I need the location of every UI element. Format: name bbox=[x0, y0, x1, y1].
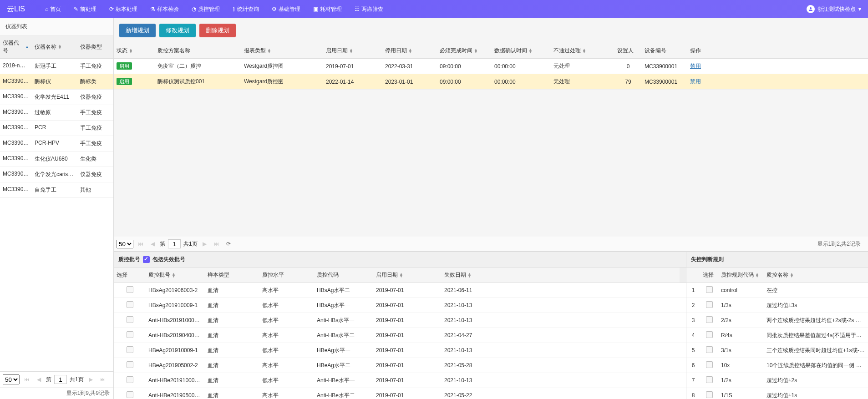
col-lot-edate[interactable]: 失效日期▲▼ bbox=[442, 268, 680, 283]
rule-checkbox[interactable] bbox=[706, 286, 713, 293]
include-invalid-checkbox[interactable] bbox=[143, 256, 150, 263]
refresh-icon[interactable]: ⟳ bbox=[224, 239, 233, 248]
col-end-date[interactable]: 停用日期▲▼ bbox=[382, 43, 437, 58]
rule-row[interactable]: 32/2s两个连续质控结果超过均值+2s或-2s 或 两个质 bbox=[686, 313, 868, 328]
rule-row[interactable]: 4R/4s同批次质控结果差值超过4s(不适用于同一个质 bbox=[686, 328, 868, 343]
rule-checkbox[interactable] bbox=[706, 316, 713, 323]
col-operation: 操作 bbox=[687, 43, 710, 58]
nav-5[interactable]: ⫿统计查询 bbox=[226, 0, 265, 18]
lot-checkbox[interactable] bbox=[127, 301, 133, 308]
rule-row[interactable]: 81/1S超过均值±1s bbox=[686, 388, 868, 399]
lot-row[interactable]: Anti-HBs201910009-1血清低水平Anti-HBs水平一2019-… bbox=[114, 313, 686, 328]
next-page-icon[interactable]: ▶ bbox=[200, 239, 209, 248]
mid-page-size-select[interactable]: 50 bbox=[117, 240, 133, 248]
instrument-row[interactable]: MC33900005PCR-HPV手工免疫 bbox=[0, 136, 113, 152]
last-page-icon[interactable]: ⏭ bbox=[212, 239, 221, 248]
nav-4[interactable]: ◔质控管理 bbox=[185, 0, 226, 18]
plan-row[interactable]: 启用免疫室（二）质控Westgard质控图2019-07-012022-03-3… bbox=[114, 59, 868, 74]
rule-checkbox[interactable] bbox=[706, 346, 713, 353]
instrument-row[interactable]: MC33900008自免手工其他 bbox=[0, 182, 113, 198]
instrument-row[interactable]: 2019-nCoV新冠手工手工免疫 bbox=[0, 59, 113, 74]
nav-2[interactable]: ⟳标本处理 bbox=[103, 0, 144, 18]
edit-plan-button[interactable]: 修改规划 bbox=[159, 24, 196, 37]
lot-checkbox[interactable] bbox=[127, 316, 133, 323]
rule-checkbox[interactable] bbox=[706, 301, 713, 308]
col-must-time[interactable]: 必须完成时间▲▼ bbox=[437, 43, 492, 58]
col-set-by[interactable]: 设置人 bbox=[614, 43, 642, 58]
prev-page-icon[interactable]: ◀ bbox=[34, 375, 43, 384]
nav-7[interactable]: ▣耗材管理 bbox=[307, 0, 348, 18]
col-rule-name[interactable]: 质控名称▲▼ bbox=[764, 268, 868, 283]
rule-row[interactable]: 21/3s超过均值±3s bbox=[686, 298, 868, 313]
col-device[interactable]: 设备编号 bbox=[642, 43, 687, 58]
lot-row[interactable]: Anti-HBe201910009-1血清低水平Anti-HBe水平一2019-… bbox=[114, 373, 686, 388]
lot-checkbox[interactable] bbox=[127, 376, 133, 383]
instrument-row[interactable]: MC33900006生化仪AU680生化类 bbox=[0, 152, 113, 167]
rule-checkbox[interactable] bbox=[706, 331, 713, 338]
first-page-icon[interactable]: ⏮ bbox=[22, 375, 31, 384]
lot-checkbox[interactable] bbox=[127, 286, 133, 293]
nav-8[interactable]: ☷两癌筛查 bbox=[348, 0, 390, 18]
col-instrument-name[interactable]: 仪器名称▲▼ bbox=[32, 35, 77, 58]
last-page-icon[interactable]: ⏭ bbox=[98, 375, 107, 384]
nav-3[interactable]: ⚗样本检验 bbox=[144, 0, 185, 18]
mid-page-input[interactable] bbox=[168, 239, 181, 248]
plan-row[interactable]: 启用酶标仪测试质控001Westgard质控图2022-01-142023-01… bbox=[114, 74, 868, 90]
plan-grid: 状态▲▼ 质控方案名称 报表类型▲▼ 启用日期▲▼ 停用日期▲▼ 必须完成时间▲… bbox=[114, 43, 868, 90]
disable-link[interactable]: 禁用 bbox=[690, 78, 701, 85]
col-confirm-time[interactable]: 数据确认时间▲▼ bbox=[492, 43, 551, 58]
instrument-row[interactable]: MC33900002化学发光E411仪器免疫 bbox=[0, 90, 113, 105]
instrument-row[interactable]: MC33900004PCR手工免疫 bbox=[0, 121, 113, 136]
lot-row[interactable]: Anti-HBe201905002-2血清高水平Anti-HBe水平二2019-… bbox=[114, 388, 686, 399]
col-level[interactable]: 质控水平 bbox=[259, 268, 314, 283]
instrument-row[interactable]: MC33900003过敏原手工免疫 bbox=[0, 105, 113, 121]
user-menu[interactable]: 浙江测试快检点 ▾ bbox=[807, 5, 861, 13]
page-input[interactable] bbox=[54, 375, 67, 384]
lot-checkbox[interactable] bbox=[127, 331, 133, 338]
lot-row[interactable]: HBeAg201905002-2血清高水平HBeAg水平二2019-07-012… bbox=[114, 358, 686, 373]
instrument-sidebar: 仪器列表 仪器代号▲ 仪器名称▲▼ 仪器类型 2019-nCoV新冠手工手工免疫… bbox=[0, 18, 114, 399]
instrument-row[interactable]: MC33900001酶标仪酶标类 bbox=[0, 74, 113, 90]
col-plan-name[interactable]: 质控方案名称 bbox=[155, 43, 241, 58]
lot-row[interactable]: HBeAg201910009-1血清低水平HBeAg水平一2019-07-012… bbox=[114, 343, 686, 358]
rule-checkbox[interactable] bbox=[706, 361, 713, 368]
lot-row[interactable]: HBsAg201906003-2血清高水平HBsAg水平二2019-07-012… bbox=[114, 283, 686, 298]
col-fail-proc[interactable]: 不通过处理▲▼ bbox=[551, 43, 614, 58]
lot-checkbox[interactable] bbox=[127, 346, 133, 353]
nav-icon: ▣ bbox=[313, 6, 318, 12]
col-report-type[interactable]: 报表类型▲▼ bbox=[241, 43, 323, 58]
sidebar-status: 显示1到9,共9记录 bbox=[0, 387, 113, 399]
rule-row[interactable]: 71/2s超过均值±2s bbox=[686, 373, 868, 388]
add-plan-button[interactable]: 新增规划 bbox=[119, 24, 156, 37]
lots-panel: 质控批号 包括失效批号 选择 质控批号▲▼ 样本类型 质控水平 质控代码 启用日… bbox=[114, 252, 686, 399]
rule-checkbox[interactable] bbox=[706, 376, 713, 383]
page-size-select[interactable]: 50 bbox=[3, 374, 20, 384]
col-sample-type[interactable]: 样本类型 bbox=[205, 268, 259, 283]
lot-row[interactable]: HBsAg201910009-1血清低水平HBsAg水平一2019-07-012… bbox=[114, 298, 686, 313]
prev-page-icon[interactable]: ◀ bbox=[148, 239, 157, 248]
first-page-icon[interactable]: ⏮ bbox=[136, 239, 145, 248]
rule-row[interactable]: 1control在控 bbox=[686, 283, 868, 298]
lot-checkbox[interactable] bbox=[127, 391, 133, 398]
col-start-date[interactable]: 启用日期▲▼ bbox=[323, 43, 382, 58]
col-lot-sdate[interactable]: 启用日期▲▼ bbox=[373, 268, 442, 283]
col-rule-code[interactable]: 质控规则代码▲▼ bbox=[718, 268, 764, 283]
nav-icon: ✎ bbox=[74, 6, 78, 12]
nav-6[interactable]: ⚙基础管理 bbox=[265, 0, 307, 18]
nav-0[interactable]: ⌂首页 bbox=[39, 0, 67, 18]
rule-row[interactable]: 610x10个连续质控结果落在均值的同一侧 或 两个质 bbox=[686, 358, 868, 373]
col-instrument-type[interactable]: 仪器类型 bbox=[77, 35, 113, 58]
col-qc-code[interactable]: 质控代码 bbox=[314, 268, 373, 283]
delete-plan-button[interactable]: 删除规划 bbox=[199, 24, 236, 37]
rule-checkbox[interactable] bbox=[706, 391, 713, 398]
nav-1[interactable]: ✎前处理 bbox=[67, 0, 103, 18]
col-status[interactable]: 状态▲▼ bbox=[114, 43, 155, 58]
col-lot[interactable]: 质控批号▲▼ bbox=[146, 268, 205, 283]
rule-row[interactable]: 53/1s三个连续质控结果同时超过均值+1s或-1s 或 三 bbox=[686, 343, 868, 358]
next-page-icon[interactable]: ▶ bbox=[86, 375, 96, 384]
lot-checkbox[interactable] bbox=[127, 361, 133, 368]
lot-row[interactable]: Anti-HBs201904002-2血清高水平Anti-HBs水平二2019-… bbox=[114, 328, 686, 343]
disable-link[interactable]: 禁用 bbox=[690, 63, 701, 69]
col-instrument-code[interactable]: 仪器代号▲ bbox=[0, 35, 32, 58]
instrument-row[interactable]: MC33900007化学发光caris200仪器免疫 bbox=[0, 167, 113, 182]
